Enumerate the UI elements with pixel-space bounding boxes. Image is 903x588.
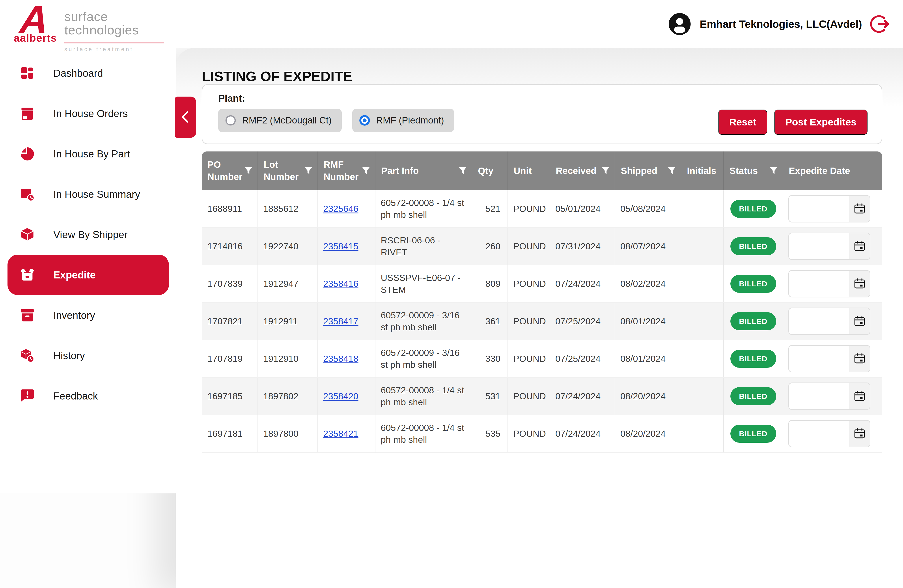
expedite-date-input[interactable]	[788, 308, 870, 335]
rmf-number-link[interactable]: 2358417	[323, 316, 359, 326]
qty-cell: 361	[472, 303, 508, 340]
filter-icon[interactable]	[361, 166, 371, 176]
reset-button[interactable]: Reset	[718, 110, 768, 135]
sidebar-item-inventory[interactable]: Inventory	[8, 295, 169, 335]
column-header-label: Initials	[687, 165, 716, 176]
calendar-icon[interactable]	[849, 383, 870, 409]
rmf-number-link[interactable]: 2358415	[323, 241, 359, 252]
brand-tagline: surface treatment	[64, 46, 164, 52]
shipped-date-cell: 08/20/2024	[615, 415, 681, 453]
column-header-part-info[interactable]: Part Info	[376, 151, 472, 190]
table-body: 1688911 1885612 2325646 60572-00008 - 1/…	[202, 190, 882, 453]
rmf-number-cell: 2358418	[318, 340, 376, 378]
lot-number-cell: 1897802	[258, 378, 318, 415]
rmf-number-link[interactable]: 2358418	[323, 354, 359, 364]
shipped-date-cell: 08/07/2024	[615, 228, 681, 265]
calendar-icon[interactable]	[849, 308, 870, 334]
shipped-date-cell: 08/20/2024	[615, 378, 681, 415]
expedite-date-input[interactable]	[788, 345, 870, 373]
column-header-unit[interactable]: Unit	[508, 151, 550, 190]
column-header-label: PO Number	[208, 159, 242, 182]
dashboard-icon	[20, 66, 35, 81]
expedite-date-input[interactable]	[788, 195, 870, 222]
filter-icon[interactable]	[601, 166, 610, 176]
filter-icon[interactable]	[244, 166, 253, 176]
initials-cell	[681, 415, 724, 453]
part-info-cell: USSSPVF-E06-07 - STEM	[376, 265, 472, 303]
po-number-cell: 1697185	[202, 378, 258, 415]
user-avatar-icon[interactable]	[668, 13, 691, 36]
sidebar-item-in-house-orders[interactable]: In House Orders	[8, 93, 169, 134]
expedite-date-input[interactable]	[788, 233, 870, 260]
radio-icon	[225, 115, 236, 126]
rmf-number-cell: 2358421	[318, 415, 376, 453]
sidebar-item-view-by-shipper[interactable]: View By Shipper	[8, 214, 169, 255]
column-header-shipped[interactable]: Shipped	[615, 151, 681, 190]
column-header-status[interactable]: Status	[724, 151, 783, 190]
sidebar-item-dashboard[interactable]: Dashboard	[8, 53, 169, 93]
calendar-icon[interactable]	[849, 421, 870, 447]
sidebar-item-history[interactable]: History	[8, 335, 169, 376]
pie-icon	[20, 146, 35, 161]
status-badge: BILLED	[730, 200, 776, 218]
rmf-number-link[interactable]: 2358416	[323, 279, 359, 289]
expedite-date-input[interactable]	[788, 382, 870, 410]
column-header-label: Status	[730, 165, 758, 176]
sidebar-collapse-button[interactable]	[175, 97, 196, 138]
expedite-date-input[interactable]	[788, 420, 870, 447]
calendar-icon[interactable]	[849, 233, 870, 259]
filter-icon[interactable]	[458, 166, 467, 176]
rmf-number-link[interactable]: 2358420	[323, 391, 359, 401]
filter-icon[interactable]	[304, 166, 313, 176]
logout-icon[interactable]	[870, 14, 890, 34]
filter-icon[interactable]	[769, 166, 778, 176]
sidebar-item-feedback[interactable]: Feedback	[8, 376, 169, 416]
aalberts-name: aalberts	[14, 32, 57, 44]
unit-cell: POUND	[508, 415, 550, 453]
expedite-date-cell	[783, 190, 882, 228]
expedite-date-input[interactable]	[788, 270, 870, 297]
aalberts-logo-mark: A aalberts	[14, 3, 58, 44]
qty-cell: 260	[472, 228, 508, 265]
column-header-qty[interactable]: Qty	[472, 151, 508, 190]
part-info-cell: 60572-00009 - 3/16 st ph mb shell	[376, 303, 472, 340]
lot-number-cell: 1885612	[258, 190, 318, 228]
table-row: 1707839 1912947 2358416 USSSPVF-E06-07 -…	[202, 265, 882, 303]
unit-cell: POUND	[508, 378, 550, 415]
column-header-label: Qty	[478, 165, 493, 176]
sidebar-item-in-house-by-part[interactable]: In House By Part	[8, 134, 169, 174]
rmf-number-link[interactable]: 2325646	[323, 204, 359, 214]
brand-logo: A aalberts surface technologies surface …	[14, 3, 164, 52]
calendar-icon[interactable]	[849, 271, 870, 297]
sidebar-item-label: Dashboard	[53, 67, 103, 79]
calendar-icon[interactable]	[849, 196, 870, 222]
post-expedites-button[interactable]: Post Expedites	[774, 110, 867, 135]
rmf-number-link[interactable]: 2358421	[323, 429, 359, 439]
po-number-cell: 1707819	[202, 340, 258, 378]
filter-icon[interactable]	[667, 166, 676, 176]
column-header-label: Lot Number	[264, 159, 299, 182]
column-header-po-number[interactable]: PO Number	[202, 151, 258, 190]
sidebar-item-expedite[interactable]: Expedite	[8, 255, 169, 295]
column-header-rmf-number[interactable]: RMF Number	[318, 151, 376, 190]
sidebar-item-in-house-summary[interactable]: In House Summary	[8, 174, 169, 214]
received-date-cell: 07/24/2024	[550, 415, 615, 453]
plant-option-rmf-piedmont[interactable]: RMF (Piedmont)	[352, 109, 454, 132]
calendar-icon[interactable]	[849, 346, 870, 372]
sidebar-item-label: History	[53, 350, 85, 362]
expedite-date-cell	[783, 265, 882, 303]
column-header-initials[interactable]: Initials	[681, 151, 724, 190]
part-info-cell: 60572-00009 - 3/16 st ph mb shell	[376, 340, 472, 378]
expedite-date-value	[789, 346, 849, 372]
rmf-number-cell: 2325646	[318, 190, 376, 228]
column-header-received[interactable]: Received	[550, 151, 615, 190]
plant-filter-panel: Plant: RMF2 (McDougall Ct) RMF (Piedmont…	[202, 84, 882, 144]
expedite-date-value	[789, 271, 849, 297]
plant-option-rmf2-mcdougall-ct[interactable]: RMF2 (McDougall Ct)	[218, 109, 342, 132]
status-cell: BILLED	[724, 190, 783, 228]
lot-number-cell: 1912910	[258, 340, 318, 378]
column-header-lot-number[interactable]: Lot Number	[258, 151, 318, 190]
column-header-expedite-date[interactable]: Expedite Date	[783, 151, 882, 190]
initials-cell	[681, 228, 724, 265]
unit-cell: POUND	[508, 303, 550, 340]
